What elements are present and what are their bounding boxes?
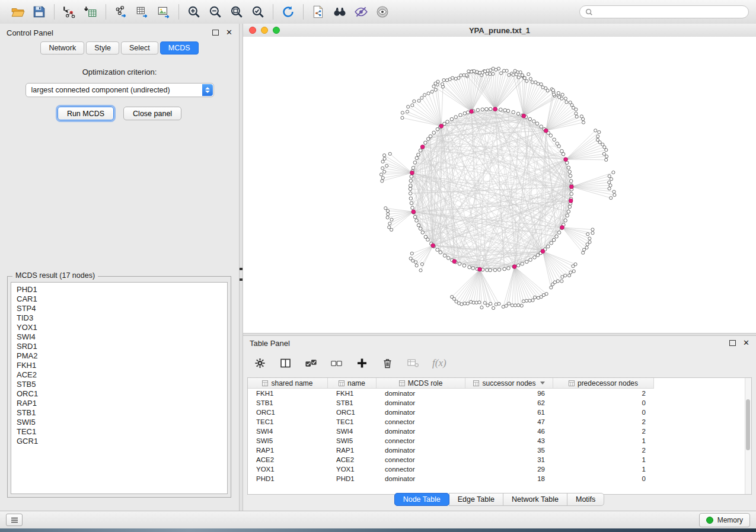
export-image-button[interactable]: [153, 3, 174, 21]
tab-node-table[interactable]: Node Table: [394, 493, 449, 506]
result-node[interactable]: ORC1: [17, 389, 222, 399]
birdseye-button[interactable]: [372, 3, 393, 21]
delete-button[interactable]: [381, 357, 394, 369]
import-table-button[interactable]: [80, 3, 101, 21]
table-row[interactable]: PHD1PHD1dominator180: [248, 474, 751, 483]
column-header-successor-nodes[interactable]: successor nodes: [465, 378, 553, 389]
table-cell: connector: [377, 466, 465, 473]
splitter-handle-icon[interactable]: [240, 268, 243, 281]
tab-motifs[interactable]: Motifs: [567, 493, 604, 506]
panel-menu-button[interactable]: [6, 514, 23, 526]
criterion-dropdown[interactable]: largest connected component (undirected): [25, 83, 214, 97]
zoom-out-button[interactable]: [205, 3, 226, 21]
column-header-shared-name[interactable]: shared name: [248, 378, 328, 389]
table-row[interactable]: SWI4SWI4dominator462: [248, 427, 751, 436]
import-network-button[interactable]: [59, 3, 80, 21]
network-titlebar: YPA_prune.txt_1: [243, 24, 756, 37]
result-node[interactable]: FKH1: [17, 361, 222, 370]
tab-edge-table[interactable]: Edge Table: [449, 493, 503, 506]
float-panel-icon[interactable]: [212, 30, 219, 36]
vertical-splitter[interactable]: [239, 24, 243, 511]
table-panel-header: Table Panel ✕: [243, 336, 756, 350]
result-node[interactable]: STP4: [17, 304, 222, 313]
float-table-panel-icon[interactable]: [729, 340, 736, 346]
table-scrollbar[interactable]: [745, 378, 751, 494]
export-network-button[interactable]: [110, 3, 132, 21]
zoom-in-button[interactable]: [183, 3, 205, 21]
table-row[interactable]: YOX1YOX1connector291: [248, 464, 751, 474]
table-cell: 0: [553, 409, 654, 416]
close-panel-button[interactable]: Close panel: [123, 107, 181, 120]
column-header-predecessor-nodes[interactable]: predecessor nodes: [553, 378, 654, 389]
function-builder-button[interactable]: f(x): [432, 357, 446, 369]
find-button[interactable]: [329, 3, 350, 21]
table-cell: 35: [465, 447, 553, 454]
open-session-button[interactable]: [7, 3, 28, 21]
tab-style[interactable]: Style: [86, 41, 119, 55]
table-row[interactable]: STB1STB1dominator620: [248, 398, 751, 408]
run-mcds-button[interactable]: Run MCDS: [58, 107, 114, 120]
table-row[interactable]: ORC1ORC1dominator610: [248, 408, 751, 417]
export-web-button[interactable]: [308, 3, 329, 21]
tab-network-table[interactable]: Network Table: [503, 493, 567, 506]
column-type-icon: [399, 380, 405, 386]
result-node[interactable]: PMA2: [17, 351, 222, 361]
column-header-MCDS-role[interactable]: MCDS role: [377, 378, 465, 389]
control-panel-header: Control Panel ✕: [0, 24, 239, 41]
add-button[interactable]: [356, 357, 368, 369]
save-session-button[interactable]: [28, 3, 50, 21]
optimization-label: Optimization criterion:: [0, 68, 239, 76]
column-header-name[interactable]: name: [328, 378, 377, 389]
result-node[interactable]: STB1: [17, 408, 222, 418]
result-node[interactable]: TEC1: [17, 427, 222, 437]
memory-button[interactable]: Memory: [699, 513, 750, 527]
function-disabled-button[interactable]: [407, 357, 419, 369]
table-cell: 2: [553, 390, 654, 397]
export-table-button[interactable]: [132, 3, 153, 21]
result-node[interactable]: CAR1: [17, 294, 222, 304]
table-row[interactable]: TEC1TEC1connector472: [248, 417, 751, 427]
table-row[interactable]: SWI5SWI5connector431: [248, 436, 751, 446]
export-network-icon: [114, 5, 128, 19]
maximize-window-icon[interactable]: [273, 27, 280, 34]
result-node[interactable]: GCR1: [17, 437, 222, 446]
tab-mcds[interactable]: MCDS: [160, 41, 199, 55]
show-columns-button[interactable]: [279, 357, 292, 369]
select-all-button[interactable]: [305, 357, 317, 369]
toggle-graphics-button[interactable]: [350, 3, 372, 21]
result-node[interactable]: TID3: [17, 313, 222, 323]
scrollbar-thumb[interactable]: [746, 399, 750, 450]
zoom-selected-button[interactable]: [247, 3, 269, 21]
search-box[interactable]: [579, 5, 749, 18]
result-node[interactable]: SWI5: [17, 418, 222, 427]
tab-network[interactable]: Network: [40, 41, 84, 55]
minimize-window-icon[interactable]: [261, 27, 268, 34]
sort-desc-icon[interactable]: [540, 382, 545, 384]
result-node[interactable]: PHD1: [17, 285, 222, 294]
result-node[interactable]: ACE2: [17, 370, 222, 380]
window-controls: [249, 27, 280, 34]
search-input[interactable]: [596, 7, 743, 17]
result-node[interactable]: SWI4: [17, 332, 222, 342]
table-row[interactable]: RAP1RAP1dominator352: [248, 446, 751, 455]
network-graph[interactable]: [243, 37, 756, 333]
result-node[interactable]: RAP1: [17, 399, 222, 408]
close-table-panel-icon[interactable]: ✕: [743, 340, 749, 346]
result-node[interactable]: STB5: [17, 380, 222, 389]
close-panel-icon[interactable]: ✕: [226, 30, 232, 36]
zoom-fit-button[interactable]: [226, 3, 247, 21]
result-node[interactable]: YOX1: [17, 323, 222, 332]
column-header-label: successor nodes: [482, 379, 535, 387]
apply-layout-button[interactable]: [277, 3, 299, 21]
table-row[interactable]: ACE2ACE2connector311: [248, 455, 751, 464]
network-canvas[interactable]: [243, 37, 756, 333]
table-row[interactable]: FKH1FKH1dominator962: [248, 389, 751, 398]
zoom-selected-icon: [251, 5, 265, 19]
open-session-icon: [11, 5, 25, 19]
tab-select[interactable]: Select: [121, 41, 158, 55]
close-window-icon[interactable]: [249, 27, 256, 34]
column-settings-button[interactable]: [254, 357, 266, 369]
deselect-all-button[interactable]: [330, 357, 343, 369]
result-node[interactable]: SRD1: [17, 342, 222, 351]
desktop-background: [0, 528, 756, 532]
